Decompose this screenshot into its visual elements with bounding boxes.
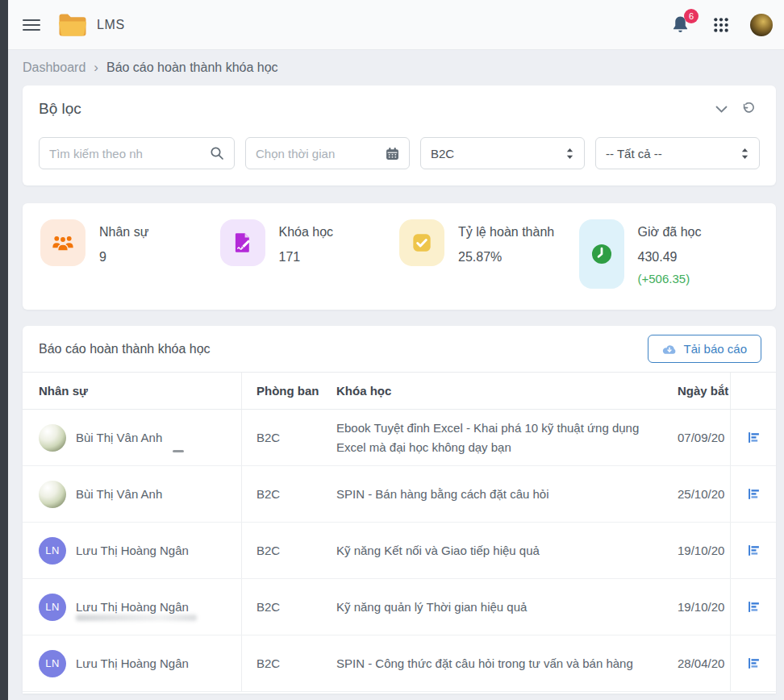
stat-hours: Giờ đã học 430.49 (+506.35) (579, 219, 759, 289)
stat-label: Nhân sự (99, 225, 148, 240)
stat-delta: (+506.35) (638, 272, 702, 285)
report-title: Báo cáo hoàn thành khóa học (39, 342, 211, 356)
bar-chart-icon (747, 487, 761, 501)
scope-select[interactable]: -- Tất cả -- (595, 137, 760, 169)
download-report-label: Tải báo cáo (684, 342, 747, 356)
menu-toggle-icon[interactable] (23, 19, 40, 31)
stat-value: 430.49 (638, 250, 702, 265)
page-title: Báo cáo hoàn thành khóa học (106, 60, 278, 75)
breadcrumb-separator: › (94, 60, 98, 76)
stat-staff: Nhân sự 9 (40, 219, 220, 289)
user-avatar[interactable] (750, 14, 773, 36)
stat-label: Tỷ lệ hoàn thành (458, 225, 554, 240)
stat-value: 9 (99, 250, 148, 265)
row-report-button[interactable] (730, 579, 776, 635)
search-input[interactable] (49, 147, 210, 160)
department-cell: B2C (242, 579, 336, 635)
start-date-cell: 19/10/20 (675, 579, 730, 635)
course-cell: SPIN - Bán hàng bằng cách đặt câu hỏi (336, 466, 675, 522)
row-report-button[interactable] (730, 466, 776, 522)
course-cell: Kỹ năng Kết nối và Giao tiếp hiệu quả (336, 523, 675, 578)
stat-label: Khóa học (279, 225, 334, 240)
staff-name: Lưu Thị Hoàng Ngân (76, 656, 189, 670)
table-row: Bùi Thị Vân Anh B2C Ebook Tuyệt đỉnh Exc… (23, 410, 776, 466)
download-report-button[interactable]: Tải báo cáo (648, 335, 761, 363)
table-row: LN Lưu Thị Hoàng Ngân B2C Kỹ năng Kết nố… (23, 523, 776, 579)
redacted-email (76, 615, 197, 621)
search-icon[interactable] (210, 146, 224, 160)
bar-chart-icon (747, 600, 761, 614)
avatar: LN (39, 594, 66, 621)
column-header-course[interactable]: Khóa học (336, 373, 675, 409)
apps-grid-button[interactable] (713, 17, 729, 33)
start-date-cell: 07/09/20 (675, 410, 730, 465)
filter-panel: Bộ lọc (23, 85, 776, 185)
clock-icon (579, 219, 624, 289)
stat-value: 25.87% (458, 250, 554, 265)
folder-logo-icon (58, 13, 87, 37)
staff-name: Lưu Thị Hoàng Ngân (76, 600, 189, 614)
notification-badge: 6 (684, 9, 699, 23)
department-cell: B2C (242, 523, 336, 578)
bar-chart-icon (747, 656, 761, 670)
row-report-button[interactable] (730, 523, 776, 578)
table-header-row: Nhân sự Phòng ban Khóa học Ngày bắt đầu (23, 372, 776, 410)
department-cell: B2C (242, 410, 336, 465)
search-control (39, 137, 235, 169)
app-name: LMS (97, 18, 125, 32)
top-header: LMS 6 (8, 0, 784, 50)
breadcrumb: Dashboard › Báo cáo hoàn thành khóa học (8, 50, 784, 85)
bar-chart-icon (747, 544, 761, 557)
start-date-cell: 28/04/20 (675, 635, 730, 691)
filter-title: Bộ lọc (39, 100, 81, 118)
main-area: LMS 6 Dashboard › (8, 0, 784, 694)
column-header-start-date[interactable]: Ngày bắt đầu (675, 373, 730, 409)
avatar (39, 481, 66, 508)
table-row: Bùi Thị Vân Anh B2C SPIN - Bán hàng bằng… (23, 466, 776, 523)
column-header-department[interactable]: Phòng ban (242, 373, 336, 409)
stat-courses: Khóa học 171 (220, 219, 400, 289)
bar-chart-icon (747, 431, 761, 444)
cloud-download-icon (662, 344, 677, 355)
report-panel: Báo cáo hoàn thành khóa học Tải báo cáo … (23, 326, 776, 694)
row-report-button[interactable] (730, 635, 776, 691)
date-range-control[interactable]: Chọn thời gian (245, 137, 410, 169)
breadcrumb-dashboard-link[interactable]: Dashboard (23, 60, 85, 75)
brand[interactable]: LMS (58, 13, 125, 37)
reset-filter-icon[interactable] (742, 102, 755, 115)
start-date-cell: 25/10/20 (675, 466, 730, 522)
row-report-button[interactable] (730, 410, 776, 465)
table-row: LN Lưu Thị Hoàng Ngân B2C Kỹ năng quản l… (23, 579, 776, 635)
staff-name: Lưu Thị Hoàng Ngân (76, 544, 189, 557)
apps-grid-icon (713, 17, 729, 33)
date-placeholder: Chọn thời gian (256, 147, 386, 160)
start-date-cell: 19/10/20 (675, 523, 730, 578)
stat-completion: Tỷ lệ hoàn thành 25.87% (399, 219, 579, 289)
staff-name: Bùi Thị Vân Anh (76, 487, 162, 501)
column-header-staff[interactable]: Nhân sự (23, 373, 242, 409)
notifications-button[interactable]: 6 (670, 15, 690, 35)
avatar: LN (39, 537, 66, 565)
stat-label: Giờ đã học (638, 225, 702, 240)
scope-select-value: -- Tất cả -- (606, 147, 740, 160)
course-cell: Kỹ năng quản lý Thời gian hiệu quả (336, 579, 675, 635)
course-cell: SPIN - Công thức đặt câu hỏi trong tư vấ… (336, 635, 675, 691)
avatar: LN (39, 650, 66, 677)
department-cell: B2C (242, 635, 336, 691)
avatar (39, 424, 66, 452)
select-arrows-icon (565, 148, 574, 160)
collapsed-sidebar[interactable] (0, 0, 8, 700)
table-row: LN Lưu Thị Hoàng Ngân B2C SPIN - Công th… (23, 635, 776, 692)
department-select-value: B2C (431, 147, 565, 160)
department-cell: B2C (242, 466, 336, 522)
collapse-chevron-icon[interactable] (715, 106, 728, 113)
course-cell: Ebook Tuyệt đỉnh Excel - Khai phá 10 kỹ … (336, 410, 675, 465)
calendar-icon (386, 147, 399, 160)
check-square-icon (399, 219, 444, 266)
stat-value: 171 (279, 250, 334, 265)
stats-panel: Nhân sự 9 Khóa học 171 (23, 203, 776, 310)
column-header-actions (730, 373, 776, 409)
staff-name: Bùi Thị Vân Anh (76, 431, 162, 444)
users-icon (40, 219, 85, 266)
department-select[interactable]: B2C (420, 137, 585, 169)
